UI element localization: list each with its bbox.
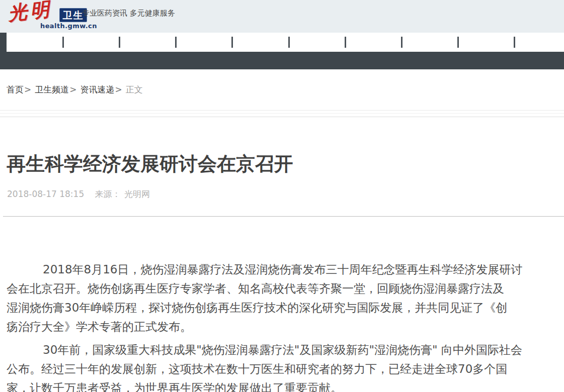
nav-divider [175,37,177,48]
breadcrumb-home[interactable]: 首页 [7,84,24,94]
nav-divider [514,37,515,48]
paragraph-line: 家，让数千万患者受益，为世界再生医学的发展做出了重要贡献。 [7,378,514,392]
paragraph-line: 公布。经过三十年的发展创新，这项技术在数十万医生和研究者的努力下，已经走进全球7… [7,359,514,378]
paragraph-line: 2018年8月16日，烧伤湿润暴露疗法及湿润烧伤膏发布三十周年纪念暨再生科学经济… [7,260,514,279]
section-rule-mid [0,113,564,114]
section-rule-top [0,110,564,111]
breadcrumb-separator: > [24,84,31,94]
breadcrumb-separator: > [115,84,122,94]
nav-divider [119,37,120,48]
nav-divider [288,37,290,48]
breadcrumb-separator: > [69,84,76,94]
source-name: 光明网 [124,189,150,199]
main-nav-bar [0,33,564,52]
publish-time: 2018-08-17 18:15 [7,189,84,199]
paragraph-line: 会在北京召开。烧伤创疡再生医疗专家学者、知名高校代表等齐聚一堂，回顾烧伤湿润暴露… [7,279,514,298]
breadcrumb-section[interactable]: 资讯速递 [80,84,115,94]
nav-divider [345,37,346,48]
nav-left-block [0,33,7,52]
article-head-divider [3,216,564,217]
nav-dark-bar [0,52,564,69]
nav-divider [231,37,233,48]
nav-divider [62,37,64,48]
paragraph-line: 疡治疗大全》学术专著的正式发布。 [7,317,514,336]
article-meta: 2018-08-17 18:15 来源： 光明网 [7,188,150,200]
nav-divider [457,37,459,48]
breadcrumb: 首页>卫生频道>资讯速递>正文 [7,84,143,95]
section-rule-bottom [0,117,564,117]
paragraph-line: 30年前，国家级重大科技成果"烧伤湿润暴露疗法"及国家级新药"湿润烧伤膏" 向中… [7,340,514,359]
site-tagline: 专业医药资讯 多元健康服务 [82,9,175,18]
breadcrumb-current: 正文 [126,84,143,94]
nav-divider [401,37,402,48]
paragraph-line: 湿润烧伤膏30年峥嵘历程，探讨烧伤创疡再生医疗技术的深化研究与国际发展，并共同见… [7,298,514,317]
source-label: 来源： [95,189,121,199]
site-header: 光明 卫生 health.gmw.cn 专业医药资讯 多元健康服务 [0,0,564,33]
logo-domain-text: health.gmw.cn [40,22,97,30]
article-title: 再生科学经济发展研讨会在京召开 [7,151,293,177]
page: 光明 卫生 health.gmw.cn 专业医药资讯 多元健康服务 首页>卫生频… [0,0,564,392]
article-body: 2018年8月16日，烧伤湿润暴露疗法及湿润烧伤膏发布三十周年纪念暨再生科学经济… [7,260,514,392]
logo-guangming-script: 光明 [7,0,53,24]
breadcrumb-channel[interactable]: 卫生频道 [35,84,69,94]
